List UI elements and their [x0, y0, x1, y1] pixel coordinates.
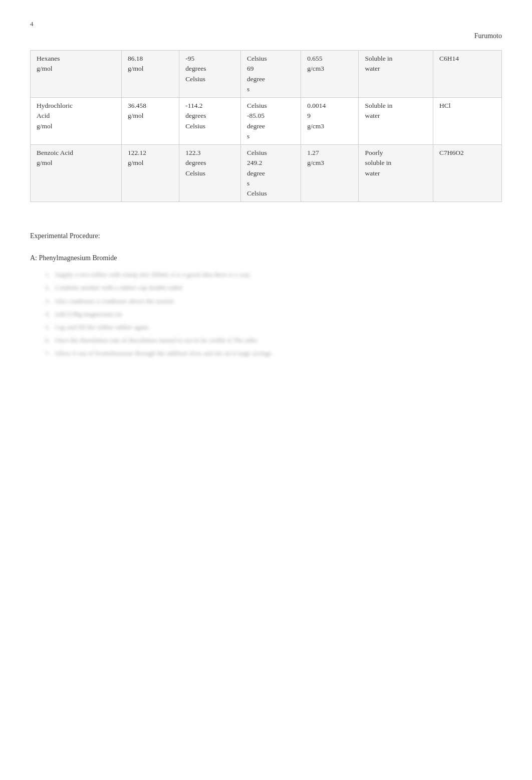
list-item: 7. Allow it run of bromobenzene through … [45, 349, 502, 358]
experimental-section: Experimental Procedure: A: Phenylmagnesi… [30, 232, 502, 358]
formula: C6H14 [433, 51, 502, 98]
molar-mass: 36.458g/mol [121, 98, 179, 145]
compound-name: Hexanesg/mol [31, 51, 122, 98]
melting-point: -95degreesCelsius [179, 51, 241, 98]
list-item: 3. Also condenser a condenser above the … [45, 297, 502, 306]
molar-mass: 86.18g/mol [121, 51, 179, 98]
list-item: 4. Add 0.98g magnesium etc [45, 310, 502, 319]
list-item: 1. Supply a two-reflux with clamp into 5… [45, 270, 502, 279]
boiling-point: Celsius249.2degreesCelsius [241, 145, 301, 202]
chemical-properties-table: Hexanesg/mol 86.18g/mol -95degreesCelsiu… [30, 50, 502, 202]
density: 0.00149g/cm3 [301, 98, 359, 145]
solubility: Poorlysoluble inwater [359, 145, 433, 202]
author: Furumoto [30, 32, 502, 40]
molar-mass: 122.12g/mol [121, 145, 179, 202]
density: 1.27g/cm3 [301, 145, 359, 202]
list-item: 5. Cap and fill the rubber rubber again [45, 323, 502, 332]
page-number: 4 [30, 20, 502, 28]
list-item: 2. Combine another with a rubber cap dou… [45, 283, 502, 292]
table-row: Hexanesg/mol 86.18g/mol -95degreesCelsiu… [31, 51, 502, 98]
formula: C7H6O2 [433, 145, 502, 202]
subsection-a-title: A: Phenylmagnesium Bromide [30, 254, 502, 262]
list-item: 6. Once the dissolution rate of dissolut… [45, 336, 502, 345]
boiling-point: Celsius69degrees [241, 51, 301, 98]
table-row: HydrochloricAcidg/mol 36.458g/mol -114.2… [31, 98, 502, 145]
solubility: Soluble inwater [359, 51, 433, 98]
compound-name: Benzoic Acidg/mol [31, 145, 122, 202]
procedure-list: 1. Supply a two-reflux with clamp into 5… [30, 270, 502, 358]
formula: HCl [433, 98, 502, 145]
melting-point: 122.3degreesCelsius [179, 145, 241, 202]
solubility: Soluble inwater [359, 98, 433, 145]
compound-name: HydrochloricAcidg/mol [31, 98, 122, 145]
density: 0.655g/cm3 [301, 51, 359, 98]
table-row: Benzoic Acidg/mol 122.12g/mol 122.3degre… [31, 145, 502, 202]
melting-point: -114.2degreesCelsius [179, 98, 241, 145]
boiling-point: Celsius-85.05degrees [241, 98, 301, 145]
experimental-label: Experimental Procedure: [30, 232, 502, 240]
